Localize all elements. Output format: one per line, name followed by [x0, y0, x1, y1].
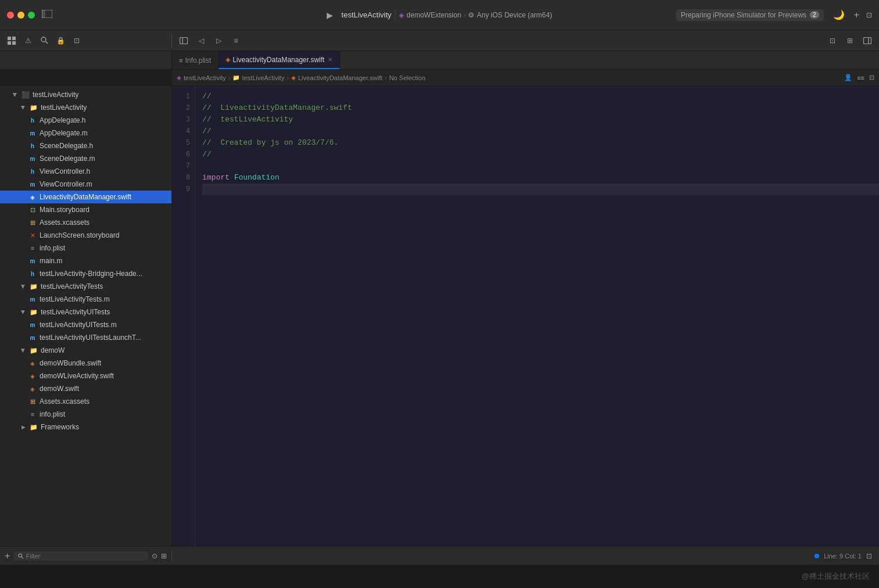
tab-info-plist[interactable]: ≡ Info.plist [172, 51, 219, 69]
svg-rect-3 [12, 37, 16, 40]
titlebar-center: ▶ testLiveActivity ◈ demoWExtension › ⚙ … [327, 10, 552, 20]
sidebar-item-liveactivity-swift[interactable]: ◈ LiveactivityDataManager.swift [0, 191, 171, 203]
sidebar-item-main-storyboard[interactable]: ⊡ Main.storyboard [0, 203, 171, 216]
titlebar-controls: Preparing iPhone Simulator for Previews … [676, 9, 872, 21]
sidebar-item-scenedelegate-m[interactable]: m SceneDelegate.m [0, 152, 171, 165]
sidebar-toggle-icon[interactable] [42, 10, 52, 20]
add-file-button[interactable]: + [5, 551, 10, 561]
layout-toggle[interactable]: ⊡ [866, 552, 872, 560]
breadcrumb-file[interactable]: LiveactivityDataManager.swift [298, 74, 383, 81]
sidebar-item-uitests-launch[interactable]: m testLiveActivityUITestsLaunchT... [0, 331, 171, 344]
sidebar-item-tests-m[interactable]: m testLiveActivityTests.m [0, 293, 171, 306]
sidebar-item-tests-group[interactable]: ▶ 📁 testLiveActivityTests [0, 280, 171, 293]
grid-icon[interactable] [5, 34, 19, 48]
breadcrumb-bar: ◈ testLiveActivity › 📁 testLiveActivity … [172, 70, 879, 86]
sidebar-item-demow-plist[interactable]: ≡ info.plist [0, 408, 171, 421]
m-file-icon: m [28, 180, 37, 189]
warning-icon[interactable]: ⚠ [21, 34, 35, 48]
svg-rect-4 [8, 41, 11, 45]
sidebar-item-scenedelegate-h[interactable]: h SceneDelegate.h [0, 139, 171, 152]
close-button[interactable] [7, 12, 14, 19]
sidebar-item-assets-xcassets[interactable]: ⊞ Assets.xcassets [0, 216, 171, 229]
authors-icon[interactable]: 👤 [844, 74, 852, 81]
traffic-lights [7, 12, 35, 19]
sidebar-item-appdelegate-m[interactable]: m AppDelegate.m [0, 127, 171, 139]
sidebar-item-info-plist[interactable]: ≡ info.plist [0, 242, 171, 254]
sidebar-item-main-c[interactable]: m main.m [0, 254, 171, 267]
minimap-icon[interactable]: ⊡ [869, 74, 874, 81]
project-icon: ⬛ [21, 90, 30, 99]
sidebar-item-viewcontroller-m[interactable]: m ViewController.m [0, 178, 171, 191]
titlebar-right-icons: + ⊡ [854, 10, 872, 20]
tab-close-button[interactable]: ✕ [328, 56, 333, 63]
grid2-icon[interactable]: ⊡ [70, 34, 84, 48]
sidebar-item-viewcontroller-h[interactable]: h ViewController.h [0, 165, 171, 178]
project-name: testLiveActivity [341, 10, 391, 19]
breadcrumb-group[interactable]: testLiveActivity [242, 74, 284, 81]
lines-icon[interactable]: ≡≡ [857, 74, 864, 81]
filter-input[interactable] [26, 553, 144, 560]
xcassets-icon: ⊞ [28, 397, 37, 406]
svg-rect-2 [8, 37, 11, 40]
left-panel-icon[interactable] [177, 34, 191, 48]
disclosure-arrow: ▶ [20, 347, 27, 354]
editor-options-left[interactable]: ⊡ [826, 34, 839, 48]
appearance-toggle[interactable]: 🌙 [833, 9, 845, 20]
watermark: @稀土掘金技术社区 [802, 571, 870, 582]
sidebar-item-demowliveactivity[interactable]: ◈ demoWLiveActivity.swift [0, 370, 171, 382]
maximize-button[interactable] [28, 12, 35, 19]
editor-options-right[interactable]: ⊞ [843, 34, 857, 48]
sidebar: ▶ ⬛ testLiveActivity ▶ 📁 testLiveActivit… [0, 86, 172, 569]
code-container: 1 2 3 4 5 6 7 8 9 // // LiveactivityData… [172, 86, 879, 569]
list-icon[interactable]: ≡ [229, 34, 243, 48]
swift-file-icon: ◈ [28, 192, 37, 202]
breadcrumb-selection[interactable]: No Selection [389, 74, 425, 81]
code-line-1: // [202, 91, 879, 102]
tab-liveactivity-swift[interactable]: ◈ LiveactivityDataManager.swift ✕ [219, 51, 340, 69]
m-file-icon: m [28, 295, 37, 304]
sidebar-item-bridging-header[interactable]: h testLiveActivity-Bridging-Heade... [0, 267, 171, 280]
back-icon[interactable]: ◁ [194, 34, 208, 48]
svg-line-13 [22, 557, 23, 558]
error-storyboard-icon: ✕ [28, 231, 37, 240]
code-line-7 [202, 160, 879, 172]
sidebar-item-root[interactable]: ▶ ⬛ testLiveActivity [0, 88, 171, 101]
sidebar-item-demow-swift[interactable]: ◈ demoW.swift [0, 382, 171, 395]
code-line-3: // testLiveActivity [202, 114, 879, 126]
folder-icon: 📁 [29, 422, 38, 432]
titlebar: ▶ testLiveActivity ◈ demoWExtension › ⚙ … [0, 0, 879, 30]
status-bar: + ⊙ ⊞ Line: 9 Col: 1 ⊡ [0, 546, 879, 565]
sidebar-item-appdelegate-h[interactable]: h AppDelegate.h [0, 114, 171, 127]
sidebar-item-uitests-group[interactable]: ▶ 📁 testLiveActivityUITests [0, 306, 171, 318]
sidebar-item-demow-group[interactable]: ▶ 📁 demoW [0, 344, 171, 357]
breadcrumb-project[interactable]: testLiveActivity [184, 74, 226, 81]
h-file-icon: h [28, 167, 37, 176]
second-toolbar: ⚠ 🔒 ⊡ ◁ ▷ ≡ ⊡ ⊞ [0, 30, 879, 51]
swift-icon: ◈ [28, 371, 37, 381]
code-editor[interactable]: 1 2 3 4 5 6 7 8 9 // // LiveactivityData… [172, 86, 879, 569]
sidebar-item-testliveactivity-group[interactable]: ▶ 📁 testLiveActivity [0, 101, 171, 114]
forward-icon[interactable]: ▷ [212, 34, 226, 48]
run-button[interactable]: ▶ [327, 10, 333, 20]
sidebar-item-demowbundle[interactable]: ◈ demoWBundle.swift [0, 357, 171, 370]
layout-icon[interactable]: ⊡ [866, 11, 872, 19]
filter-options[interactable]: ⊙ [152, 552, 158, 560]
filter-sort[interactable]: ⊞ [161, 552, 167, 560]
code-line-4: // [202, 126, 879, 137]
inspector-icon[interactable] [860, 34, 874, 48]
sidebar-item-launchscreen[interactable]: ✕ LaunchScreen.storyboard [0, 229, 171, 242]
minimize-button[interactable] [17, 12, 24, 19]
add-icon[interactable]: + [854, 10, 859, 20]
h-file-icon: h [28, 116, 37, 125]
sidebar-item-uitests-m[interactable]: m testLiveActivityUITests.m [0, 318, 171, 331]
lock-icon[interactable]: 🔒 [53, 34, 67, 48]
filter-input-container [13, 551, 148, 561]
sidebar-item-demow-xcassets[interactable]: ⊞ Assets.xcassets [0, 395, 171, 408]
sidebar-item-frameworks-group[interactable]: ▶ 📁 Frameworks [0, 421, 171, 433]
storyboard-icon: ⊡ [28, 205, 37, 214]
statusbar-left: + ⊙ ⊞ [0, 551, 172, 561]
search-icon[interactable] [37, 34, 51, 48]
code-line-5: // Created by js on 2023/7/6. [202, 137, 879, 149]
folder-icon: 📁 [29, 103, 38, 112]
svg-rect-5 [12, 41, 16, 45]
